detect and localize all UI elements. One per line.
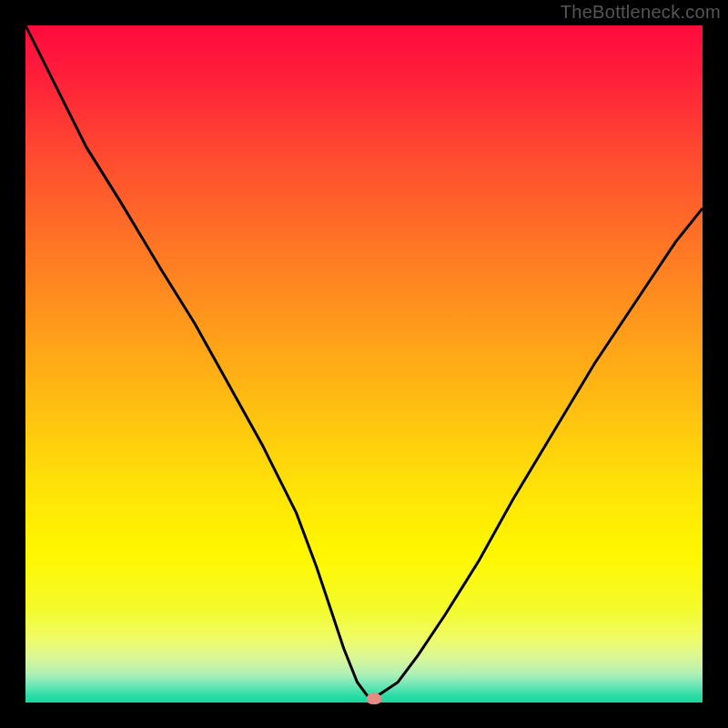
gradient-background (25, 25, 703, 703)
watermark-text: TheBottleneck.com (561, 2, 721, 23)
chart-frame: TheBottleneck.com (0, 0, 728, 728)
optimum-marker (367, 693, 381, 704)
plot-area (25, 25, 703, 703)
